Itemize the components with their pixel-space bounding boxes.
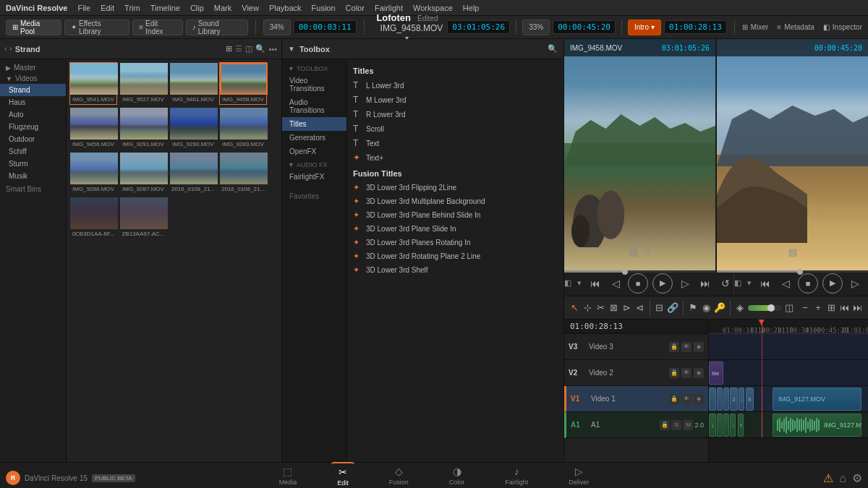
preview-monitor-icon-right[interactable]: ▤ xyxy=(788,247,797,257)
left-step-back-btn[interactable]: ◁ xyxy=(608,275,624,291)
audio-level-slider[interactable] xyxy=(748,305,782,311)
effects-item-l-lower-3rd[interactable]: T L Lower 3rd xyxy=(350,78,561,93)
clip-v1-4[interactable]: 201... xyxy=(730,388,738,411)
link-btn[interactable]: 🔗 xyxy=(667,299,678,317)
openfx-item[interactable]: OpenFX xyxy=(282,145,346,158)
clip-a1-4[interactable]: 20... xyxy=(730,414,736,437)
media-thumb-14[interactable]: ZB13AA97-AC... xyxy=(119,197,167,239)
inspector-button[interactable]: ◧ Inspector xyxy=(823,23,862,31)
color-btn[interactable]: ◉ xyxy=(701,299,711,317)
clip-v1-long[interactable]: IMG_9127.MOV xyxy=(773,388,861,411)
select-tool-btn[interactable]: ↖ xyxy=(570,299,580,317)
list-view-icon[interactable]: ☰ xyxy=(235,44,242,53)
flag-btn[interactable]: ⚑ xyxy=(688,299,698,317)
preview-progress-handle-right[interactable] xyxy=(797,269,803,275)
right-timecode-2[interactable]: 00:00:45:20 xyxy=(553,20,616,34)
v3-eye-icon[interactable]: 👁 xyxy=(681,342,692,352)
smart-bins[interactable]: Smart Bins xyxy=(0,182,66,196)
nav-color[interactable]: ◑ Color xyxy=(443,463,471,489)
preview-progress-handle-left[interactable] xyxy=(622,269,628,275)
clip-size-icon[interactable]: ◫ xyxy=(245,44,252,53)
nav-edit[interactable]: ✂ Edit xyxy=(331,462,354,489)
warning-icon[interactable]: ⚠ xyxy=(823,471,833,485)
intro-badge-button[interactable]: Intro ▾ xyxy=(628,20,661,35)
media-thumb-12[interactable]: 2016_0108_21... xyxy=(219,152,267,194)
media-thumb-2[interactable]: IMG_9527.MOV xyxy=(119,62,167,105)
clip-a1-5[interactable]: Im... xyxy=(738,414,744,437)
menu-color[interactable]: Color xyxy=(346,4,365,12)
media-thumb-9[interactable]: IMG_9288.MOV xyxy=(69,152,117,194)
audio-level-handle[interactable] xyxy=(767,304,775,312)
preview-progress-right[interactable] xyxy=(717,270,868,273)
mixer-button[interactable]: ⊞ Mixer xyxy=(742,23,768,31)
effects-item-3d-planes-rotating[interactable]: ✦ 3D Lower 3rd Planes Rotating In xyxy=(350,236,561,249)
sidebar-musik[interactable]: Musik xyxy=(0,170,66,182)
sidebar-strand[interactable]: Strand xyxy=(0,84,66,96)
clip-v1-5[interactable]: 20... xyxy=(739,388,745,411)
effects-item-r-lower-3rd[interactable]: T R Lower 3rd xyxy=(350,107,561,121)
right-step-back-btn[interactable]: ◁ xyxy=(778,275,793,291)
right-timecode-1[interactable]: 03:01:05:26 xyxy=(447,20,510,34)
clip-v1-1[interactable] xyxy=(709,388,716,411)
source-timecode[interactable]: 00:00:03:11 xyxy=(294,20,357,34)
left-stop-btn[interactable]: ■ xyxy=(628,273,648,294)
sidebar-schiff[interactable]: Schiff xyxy=(0,145,66,158)
zoom-level-right[interactable]: 33% xyxy=(522,20,550,35)
clip-a1-2[interactable]: M... xyxy=(717,414,723,437)
keyword-btn[interactable]: 🔑 xyxy=(714,299,726,317)
nav-fairlight[interactable]: ♪ Fairlight xyxy=(499,463,534,489)
edit-index-button[interactable]: ≡ Edit Index xyxy=(132,20,183,35)
sidebar-auto[interactable]: Auto xyxy=(0,108,66,121)
left-play-btn[interactable]: ▶ xyxy=(652,273,673,294)
effects-item-3d-plane-behind[interactable]: ✦ 3D Lower 3rd Plane Behind Slide In xyxy=(350,208,561,222)
insert-btn[interactable]: ⊳ xyxy=(622,299,632,317)
effects-item-3d-rotating-plane[interactable]: ✦ 3D Lower 3rd Rotating Plane 2 Line xyxy=(350,249,561,263)
tl-fullscreen-btn[interactable]: ⊞ xyxy=(826,299,836,317)
menu-edit[interactable]: Edit xyxy=(101,4,114,12)
effects-item-text[interactable]: T Text xyxy=(350,136,561,150)
media-thumb-5[interactable]: IMG_9456.MOV xyxy=(69,107,117,150)
app-logo[interactable]: DaVinci Resolve xyxy=(6,4,67,12)
media-thumb-8[interactable]: IMG_9289.MOV xyxy=(219,107,267,150)
far-right-timecode[interactable]: 01:00:28:13 xyxy=(664,20,727,34)
sidebar-haus[interactable]: Haus xyxy=(0,96,66,108)
generators-item[interactable]: Generators xyxy=(282,131,346,145)
overwrite-btn[interactable]: ⊲ xyxy=(635,299,645,317)
menu-timeline[interactable]: Timeline xyxy=(150,4,180,12)
a1-solo-icon[interactable]: S xyxy=(671,420,681,430)
media-pool-button[interactable]: ⊞ Media Pool xyxy=(6,20,61,35)
audio-mute-btn[interactable]: ◫ xyxy=(784,299,794,317)
zoom-level-left[interactable]: 34% xyxy=(263,20,291,35)
right-viewer-dropdown-icon[interactable]: ▾ xyxy=(747,278,752,288)
clip-v1-2[interactable]: M xyxy=(717,388,723,411)
titles-item[interactable]: Titles xyxy=(282,117,346,131)
menu-view[interactable]: View xyxy=(242,4,259,12)
media-thumb-11[interactable]: 2016_0108_21... xyxy=(169,152,217,194)
menu-fairlight[interactable]: Fairlight xyxy=(375,4,403,12)
media-thumb-10[interactable]: IMG_9287.MOV xyxy=(119,152,167,194)
arrow-right-icon[interactable]: › xyxy=(9,45,12,53)
media-thumb-4[interactable]: IMG_9458.MOV xyxy=(219,62,267,105)
preview-monitor-icon[interactable]: ▤ xyxy=(629,247,638,257)
audio-level-btn[interactable]: ◈ xyxy=(735,299,745,317)
media-thumb-7[interactable]: IMG_9290.MOV xyxy=(169,107,217,150)
menu-trim[interactable]: Trim xyxy=(124,4,140,12)
cut-tool-btn[interactable]: ✂ xyxy=(596,299,606,317)
sidebar-flugzeug[interactable]: Flugzeug xyxy=(0,121,66,133)
menu-help[interactable]: Help xyxy=(463,4,480,12)
left-skip-end-btn[interactable]: ⏭ xyxy=(697,275,713,291)
arrow-left-icon[interactable]: ‹ xyxy=(4,45,7,53)
v2-mute-icon[interactable]: ◈ xyxy=(694,368,704,378)
clip-a1-3[interactable]: MG... xyxy=(723,414,729,437)
right-play-btn[interactable]: ▶ xyxy=(822,273,843,294)
tl-zoom-in-btn[interactable]: + xyxy=(813,299,823,317)
effects-library-button[interactable]: ✦ Effects Library xyxy=(64,20,129,35)
v3-mute-icon[interactable]: ◈ xyxy=(694,342,704,352)
home-icon[interactable]: ⌂ xyxy=(839,472,846,485)
media-thumb-1[interactable]: IMG_9541.MOV xyxy=(69,62,117,105)
clip-a1-long[interactable]: IMG_9127.MOV xyxy=(773,414,861,437)
sidebar-sturm[interactable]: Sturm xyxy=(0,158,66,170)
favorites-item[interactable]: Favorites xyxy=(282,189,346,203)
more-options-icon[interactable]: ••• xyxy=(268,45,277,53)
left-loop-btn[interactable]: ↺ xyxy=(718,275,733,291)
